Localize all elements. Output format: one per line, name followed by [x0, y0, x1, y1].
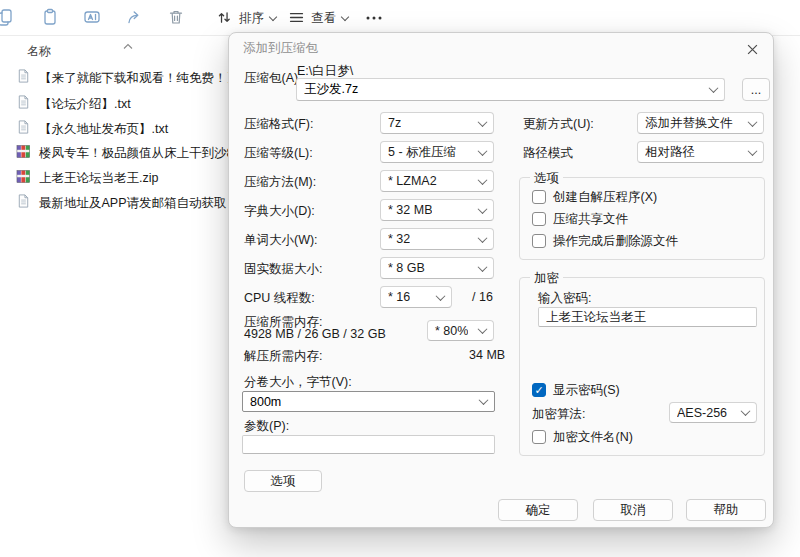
ok-button-label: 确定: [526, 502, 551, 519]
explorer-command-bar: 排序 查看: [0, 0, 800, 36]
word-size-label: 单词大小(W):: [244, 232, 318, 249]
browse-button[interactable]: ...: [742, 78, 770, 101]
archive-name-combobox[interactable]: [296, 78, 725, 101]
compression-method-select[interactable]: * LZMA2: [380, 170, 494, 192]
archive-format-select[interactable]: 7z: [380, 112, 494, 134]
archive-name-input[interactable]: [304, 83, 710, 97]
sort-menu-button[interactable]: 排序: [216, 8, 276, 29]
file-row[interactable]: 【论坛介绍】.txt: [16, 95, 131, 113]
word-size-value: * 32: [388, 232, 410, 246]
column-header-name[interactable]: 名称: [27, 43, 51, 60]
chevron-down-icon[interactable]: [479, 395, 489, 405]
options-groupbox: 选项 创建自解压程序(X) 压缩共享文件 操作完成后删除源文件: [519, 177, 765, 260]
chevron-down-icon: [341, 12, 349, 20]
cpu-threads-value: * 16: [388, 290, 410, 304]
solid-block-size-label: 固实数据大小:: [244, 261, 322, 278]
password-input[interactable]: [538, 307, 757, 327]
file-row[interactable]: 上老王论坛当老王.zip: [16, 169, 158, 187]
delete-button[interactable]: [164, 7, 188, 30]
dialog-title: 添加到压缩包: [243, 40, 318, 57]
solid-block-size-select[interactable]: * 8 GB: [380, 257, 494, 279]
checkbox-box[interactable]: [532, 190, 546, 204]
volume-size-input[interactable]: [250, 395, 480, 409]
update-mode-select[interactable]: 添加并替换文件: [637, 112, 764, 134]
rename-button[interactable]: [80, 7, 104, 30]
volume-size-label: 分卷大小，字节(V):: [244, 374, 352, 391]
checkbox-compress-shared[interactable]: 压缩共享文件: [532, 211, 628, 227]
checkbox-box[interactable]: [532, 430, 546, 444]
winrar-archive-icon: [16, 169, 31, 188]
update-mode-value: 添加并替换文件: [645, 115, 733, 132]
checkbox-encrypt-filenames[interactable]: 加密文件名(N): [532, 429, 633, 445]
cancel-button-label: 取消: [621, 502, 646, 519]
options-group-title: 选项: [530, 170, 563, 187]
view-menu-button[interactable]: 查看: [288, 8, 348, 29]
copy-button[interactable]: [0, 7, 17, 30]
checkbox-box[interactable]: [532, 212, 546, 226]
checkbox-show-password[interactable]: 显示密码(S): [532, 382, 620, 398]
ok-button[interactable]: 确定: [498, 499, 578, 521]
memory-decompress-value: 34 MB: [469, 348, 505, 362]
text-file-icon: [16, 119, 31, 139]
solid-block-size-value: * 8 GB: [388, 261, 425, 275]
encryption-method-select[interactable]: AES-256: [669, 402, 757, 423]
encryption-method-value: AES-256: [677, 406, 727, 420]
path-mode-label: 路径模式: [523, 145, 573, 162]
checkbox-box[interactable]: [532, 383, 546, 397]
encryption-method-label: 加密算法:: [532, 406, 585, 423]
chevron-down-icon[interactable]: [709, 83, 719, 93]
path-mode-value: 相对路径: [645, 144, 695, 161]
chevron-down-icon: [748, 146, 758, 156]
chevron-down-icon: [478, 233, 488, 243]
text-file-icon: [16, 94, 31, 114]
chevron-down-icon: [478, 175, 488, 185]
add-to-archive-dialog: 添加到压缩包 压缩包(A) E:\白日梦\ ... 压缩格式(F): 7z 压缩…: [228, 32, 774, 528]
cancel-button[interactable]: 取消: [593, 499, 673, 521]
parameters-input[interactable]: [242, 435, 495, 454]
checkbox-label: 加密文件名(N): [553, 429, 633, 446]
more-options-button[interactable]: [364, 8, 384, 29]
encryption-groupbox: 加密 输入密码: 显示密码(S) 加密算法: AES-256 加密文件名(N): [519, 277, 765, 456]
sort-arrows-icon: [216, 9, 233, 29]
encryption-group-title: 加密: [530, 270, 563, 287]
cpu-threads-label: CPU 线程数:: [244, 290, 315, 307]
chevron-down-icon: [436, 291, 446, 301]
file-name: 【论坛介绍】.txt: [39, 96, 131, 113]
chevron-down-icon: [741, 406, 751, 416]
word-size-select[interactable]: * 32: [380, 228, 494, 250]
copy-icon: [0, 7, 15, 31]
compression-level-select[interactable]: 5 - 标准压缩: [380, 141, 494, 163]
file-name: 上老王论坛当老王.zip: [39, 170, 158, 187]
options-button[interactable]: 选项: [244, 470, 322, 492]
archive-format-label: 压缩格式(F):: [244, 116, 313, 133]
view-label: 查看: [311, 10, 336, 27]
volume-size-combobox[interactable]: [242, 391, 495, 412]
compression-method-label: 压缩方法(M):: [244, 174, 316, 191]
checkbox-label: 操作完成后删除源文件: [553, 233, 678, 250]
memory-usage-select[interactable]: * 80%: [427, 320, 494, 341]
dictionary-size-label: 字典大小(D):: [244, 203, 315, 220]
file-name: 【来了就能下载和观看！纯免费！】.txt: [39, 70, 256, 87]
checkbox-delete-after[interactable]: 操作完成后删除源文件: [532, 233, 678, 249]
archive-label: 压缩包(A): [244, 70, 298, 87]
chevron-down-icon: [269, 12, 277, 20]
memory-usage-value: * 80%: [435, 324, 468, 338]
file-row[interactable]: 【永久地址发布页】.txt: [16, 120, 168, 138]
help-button[interactable]: 帮助: [686, 499, 766, 521]
close-button[interactable]: [744, 42, 760, 58]
share-button[interactable]: [123, 7, 147, 30]
sort-label: 排序: [239, 10, 264, 27]
paste-button[interactable]: [38, 7, 62, 30]
cpu-threads-select[interactable]: * 16: [380, 286, 452, 308]
update-mode-label: 更新方式(U):: [523, 116, 594, 133]
sort-ascending-icon[interactable]: [123, 36, 133, 54]
checkbox-create-sfx[interactable]: 创建自解压程序(X): [532, 189, 657, 205]
dictionary-size-select[interactable]: * 32 MB: [380, 199, 494, 221]
memory-decompress-label: 解压所需内存:: [244, 348, 322, 365]
file-row[interactable]: 【来了就能下载和观看！纯免费！】.txt: [16, 69, 256, 87]
password-label: 输入密码:: [538, 290, 591, 307]
options-button-label: 选项: [271, 473, 296, 490]
view-list-icon: [288, 9, 305, 29]
path-mode-select[interactable]: 相对路径: [637, 141, 764, 163]
checkbox-box[interactable]: [532, 234, 546, 248]
